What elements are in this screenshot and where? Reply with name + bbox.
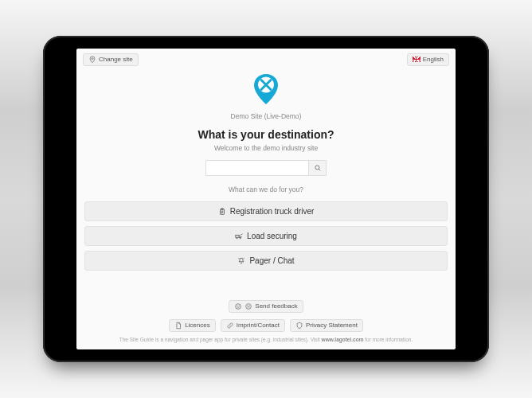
footer-link-label: Licences xyxy=(185,322,210,330)
app-screen: Change site English Demo Site (Live-Demo… xyxy=(76,49,456,349)
frown-icon xyxy=(244,302,252,310)
action-label: Load securing xyxy=(247,232,297,240)
change-site-button[interactable]: Change site xyxy=(83,53,139,66)
footer-links: Licences Imprint/Contact Privacy Stateme… xyxy=(76,319,456,332)
footer: Send feedback Licences Imprint/Contact xyxy=(76,300,456,343)
language-label: English xyxy=(423,56,444,64)
actions-list: Registration truck driver Load securing xyxy=(84,201,448,271)
credit-post: for more information. xyxy=(365,337,413,342)
search-button[interactable] xyxy=(309,160,327,176)
action-registration-truck-driver[interactable]: Registration truck driver xyxy=(84,201,448,221)
svg-rect-9 xyxy=(236,235,239,237)
pin-icon xyxy=(88,56,96,64)
help-text: What can we do for you? xyxy=(76,185,456,193)
action-load-securing[interactable]: Load securing xyxy=(84,226,448,246)
svg-point-15 xyxy=(246,303,252,309)
document-icon xyxy=(174,322,182,330)
shield-icon xyxy=(295,322,303,330)
svg-point-12 xyxy=(236,303,241,309)
search-icon xyxy=(314,164,322,172)
logo-area xyxy=(76,72,456,107)
change-site-label: Change site xyxy=(99,56,133,64)
footer-link-licences[interactable]: Licences xyxy=(169,319,216,332)
action-label: Pager / Chat xyxy=(249,256,294,265)
footer-link-privacy-statement[interactable]: Privacy Statement xyxy=(290,319,363,332)
link-icon xyxy=(226,322,234,330)
svg-point-16 xyxy=(248,305,248,306)
svg-point-0 xyxy=(92,58,93,60)
welcome-text: Welcome to the demo industry site xyxy=(76,144,456,152)
svg-point-11 xyxy=(240,237,241,238)
credit-pre: The Site Guide is a navigation and pager… xyxy=(119,337,322,342)
footer-link-label: Privacy Statement xyxy=(306,322,358,330)
svg-point-2 xyxy=(315,166,319,170)
svg-point-17 xyxy=(249,305,250,306)
svg-point-10 xyxy=(237,237,237,238)
svg-point-13 xyxy=(237,305,238,306)
smile-icon xyxy=(234,302,242,310)
clipboard-icon xyxy=(218,208,226,216)
svg-point-14 xyxy=(239,305,240,306)
language-button[interactable]: English xyxy=(407,53,449,66)
credit-link[interactable]: www.lagotel.com xyxy=(322,337,364,342)
site-name: Demo Site (Live-Demo) xyxy=(76,112,456,120)
send-feedback-button[interactable]: Send feedback xyxy=(229,300,303,313)
bell-icon xyxy=(237,257,245,265)
send-feedback-label: Send feedback xyxy=(255,302,297,310)
truck-check-icon xyxy=(235,232,243,240)
footer-link-label: Imprint/Contact xyxy=(237,322,280,330)
search-row xyxy=(76,160,456,176)
action-label: Registration truck driver xyxy=(230,207,315,216)
top-bar: Change site English xyxy=(76,49,456,69)
action-pager-chat[interactable]: Pager / Chat xyxy=(84,251,448,271)
app-logo-icon xyxy=(252,72,280,107)
uk-flag-icon xyxy=(413,57,421,62)
footer-link-imprint-contact[interactable]: Imprint/Contact xyxy=(221,319,285,332)
search-input[interactable] xyxy=(205,160,309,176)
tablet-frame: Change site English Demo Site (Live-Demo… xyxy=(43,36,489,362)
footer-credit: The Site Guide is a navigation and pager… xyxy=(76,337,456,343)
page-title: What is your destination? xyxy=(76,128,456,141)
svg-line-3 xyxy=(319,169,320,170)
